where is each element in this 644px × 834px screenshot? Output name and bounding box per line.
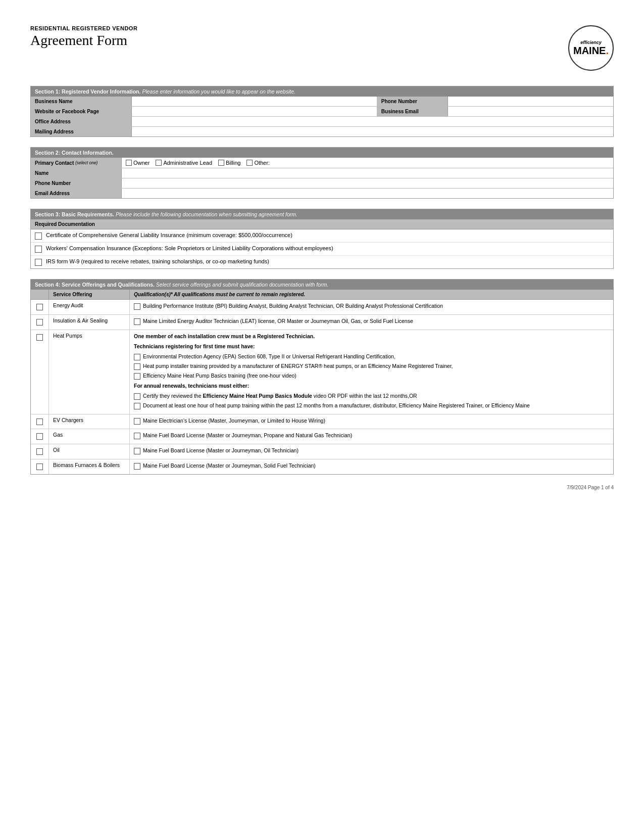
mailing-address-label: Mailing Address xyxy=(31,127,132,136)
checkbox-admin-lead[interactable] xyxy=(156,160,162,166)
s4-qual-biomass: Maine Fuel Board License (Master or Jour… xyxy=(130,459,613,474)
s4-service-biomass: Biomass Furnaces & Boilers xyxy=(49,459,130,474)
checkbox-gas[interactable] xyxy=(36,433,43,440)
s4-row-ev: EV Chargers Maine Electrician's License … xyxy=(31,414,613,430)
checkbox-qual-ins[interactable] xyxy=(134,318,140,325)
logo: efficiency MAINE. xyxy=(568,25,614,71)
checkbox-qual-ea[interactable] xyxy=(134,303,140,310)
name-value[interactable] xyxy=(122,171,613,175)
checkbox-qual-gas[interactable] xyxy=(134,433,140,439)
section3: Section 3: Basic Requirements. Please in… xyxy=(30,209,614,269)
checkbox-insulation[interactable] xyxy=(36,319,43,326)
checkbox-energy-audit[interactable] xyxy=(36,304,43,310)
checkbox-heat-pumps[interactable] xyxy=(36,334,43,341)
checkbox-biomass[interactable] xyxy=(36,464,43,470)
business-email-value[interactable] xyxy=(448,107,613,116)
col-header-qual: Qualification(s)* All qualifications mus… xyxy=(130,290,613,299)
section4-header: Section 4: Service Offerings and Qualifi… xyxy=(31,280,613,290)
doc-text-2: Workers' Compensation Insurance (Excepti… xyxy=(46,245,333,251)
s4-service-energy-audit: Energy Audit xyxy=(49,300,130,314)
checkbox-qual-hp-2[interactable] xyxy=(134,363,140,370)
s3-item-2: Workers' Compensation Insurance (Excepti… xyxy=(31,243,613,256)
checkbox-owner[interactable] xyxy=(126,160,132,166)
s4-row-energy-audit: Energy Audit Building Performance Instit… xyxy=(31,300,613,315)
checkbox-qual-hp-5[interactable] xyxy=(134,403,140,409)
page-footer: 7/9/2024 Page 1 of 4 xyxy=(30,485,614,490)
s4-service-gas: Gas xyxy=(49,429,130,444)
checkbox-ev[interactable] xyxy=(36,419,43,425)
business-email-label: Business Email xyxy=(377,107,448,116)
footer-text: 7/9/2024 Page 1 of 4 xyxy=(567,485,614,490)
phone-number-value[interactable] xyxy=(448,97,613,106)
checkbox-doc-3[interactable] xyxy=(35,259,42,266)
s1-row-4: Mailing Address xyxy=(31,127,613,136)
name-label: Name xyxy=(31,168,122,178)
s4-qual-ev: Maine Electrician's License (Master, Jou… xyxy=(130,414,613,429)
checkbox-qual-hp-3[interactable] xyxy=(134,373,140,380)
s4-qual-energy-audit: Building Performance Institute (BPI) Bui… xyxy=(130,300,613,314)
s2-phone-label: Phone Number xyxy=(31,178,122,188)
checkbox-qual-oil[interactable] xyxy=(134,448,140,454)
cb-other[interactable]: Other: xyxy=(246,160,270,166)
s2-email-value[interactable] xyxy=(122,192,613,196)
s1-row-3: Office Address xyxy=(31,117,613,127)
logo-top-text: efficiency xyxy=(580,40,601,45)
s4-row-biomass: Biomass Furnaces & Boilers Maine Fuel Bo… xyxy=(31,459,613,474)
page-header: RESIDENTIAL REGISTERED VENDOR Agreement … xyxy=(30,25,614,71)
s4-cb-heat-pumps[interactable] xyxy=(31,330,49,414)
checkbox-qual-hp-1[interactable] xyxy=(134,354,140,360)
checkbox-billing[interactable] xyxy=(218,160,224,166)
doc-text-1: Certificate of Comprehensive General Lia… xyxy=(46,232,292,238)
s4-service-heat-pumps: Heat Pumps xyxy=(49,330,130,414)
s4-service-ev: EV Chargers xyxy=(49,414,130,429)
primary-contact-checkboxes: Owner Administrative Lead Billing Other: xyxy=(122,158,613,168)
s4-qual-oil: Maine Fuel Board License (Master or Jour… xyxy=(130,444,613,459)
mailing-address-value[interactable] xyxy=(132,127,613,136)
business-name-label: Business Name xyxy=(31,97,132,106)
s4-service-insulation: Insulation & Air Sealing xyxy=(49,315,130,330)
checkbox-oil[interactable] xyxy=(36,448,43,455)
phone-number-label: Phone Number xyxy=(377,97,448,106)
section2-header: Section 2: Contact Information. xyxy=(31,148,613,158)
s4-cb-energy-audit[interactable] xyxy=(31,300,49,314)
page-subtitle: RESIDENTIAL REGISTERED VENDOR xyxy=(30,25,137,31)
section4-col-header: Service Offering Qualification(s)* All q… xyxy=(31,290,613,300)
checkbox-doc-1[interactable] xyxy=(35,233,42,240)
checkbox-doc-2[interactable] xyxy=(35,246,42,253)
s4-cb-ev[interactable] xyxy=(31,414,49,429)
s4-row-gas: Gas Maine Fuel Board License (Master or … xyxy=(31,429,613,444)
office-address-label: Office Address xyxy=(31,117,132,126)
office-address-value[interactable] xyxy=(132,117,613,126)
s4-cb-oil[interactable] xyxy=(31,444,49,459)
s2-phone-value[interactable] xyxy=(122,181,613,186)
s4-row-heat-pumps: Heat Pumps One member of each installati… xyxy=(31,330,613,414)
doc-text-3: IRS form W-9 (required to receive rebate… xyxy=(46,258,269,264)
s2-name-row: Name xyxy=(31,168,613,178)
checkbox-other[interactable] xyxy=(246,160,253,166)
website-value[interactable] xyxy=(132,107,377,116)
section4: Section 4: Service Offerings and Qualifi… xyxy=(30,279,614,475)
logo-main-text: MAINE. xyxy=(573,45,609,57)
s4-cb-insulation[interactable] xyxy=(31,315,49,330)
s4-cb-biomass[interactable] xyxy=(31,459,49,474)
checkbox-qual-hp-4[interactable] xyxy=(134,393,140,400)
business-name-value[interactable] xyxy=(132,97,377,106)
section3-header: Section 3: Basic Requirements. Please in… xyxy=(31,209,613,219)
s2-email-row: Email Address xyxy=(31,189,613,198)
s4-qual-gas: Maine Fuel Board License (Master or Jour… xyxy=(130,429,613,444)
s4-row-insulation: Insulation & Air Sealing Maine Limited E… xyxy=(31,315,613,330)
section3-subheader: Required Documentation xyxy=(31,219,613,229)
cb-billing[interactable]: Billing xyxy=(218,160,240,166)
cb-admin-lead[interactable]: Administrative Lead xyxy=(156,160,212,166)
s2-primary-contact-row: Primary Contact (select one) Owner Admin… xyxy=(31,158,613,168)
s4-qual-heat-pumps: One member of each installation crew mus… xyxy=(130,330,613,414)
s4-qual-insulation: Maine Limited Energy Auditor Technician … xyxy=(130,315,613,330)
s3-item-1: Certificate of Comprehensive General Lia… xyxy=(31,229,613,243)
section2: Section 2: Contact Information. Primary … xyxy=(30,147,614,199)
s4-cb-gas[interactable] xyxy=(31,429,49,444)
checkbox-qual-ev[interactable] xyxy=(134,418,140,425)
title-block: RESIDENTIAL REGISTERED VENDOR Agreement … xyxy=(30,25,137,49)
s4-service-oil: Oil xyxy=(49,444,130,459)
checkbox-qual-biomass[interactable] xyxy=(134,463,140,470)
cb-owner[interactable]: Owner xyxy=(126,160,150,166)
